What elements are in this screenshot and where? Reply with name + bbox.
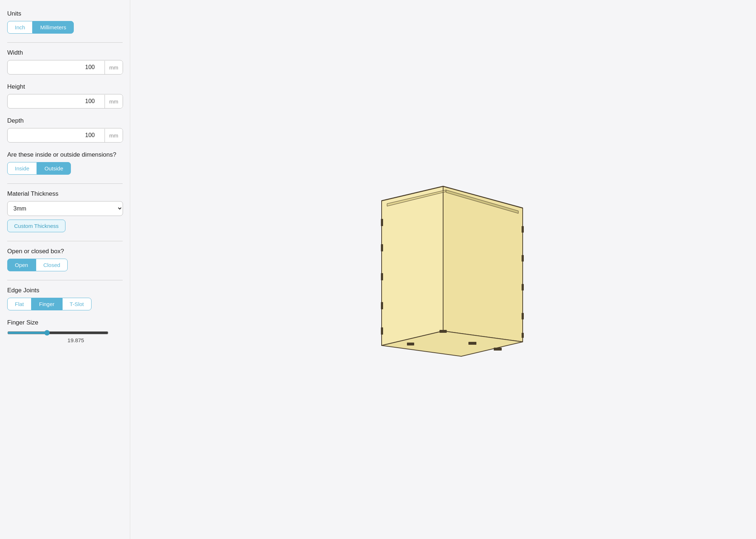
divider-1 bbox=[7, 42, 123, 43]
svg-rect-9 bbox=[522, 226, 524, 233]
svg-rect-8 bbox=[381, 327, 383, 335]
svg-marker-0 bbox=[382, 186, 443, 345]
depth-input-row: mm bbox=[7, 128, 123, 143]
svg-rect-11 bbox=[522, 284, 524, 290]
open-closed-section: Open or closed box? Open Closed bbox=[7, 248, 123, 271]
svg-rect-10 bbox=[522, 255, 524, 262]
svg-rect-17 bbox=[494, 348, 502, 351]
box-3d-view bbox=[338, 165, 548, 374]
divider-2 bbox=[7, 183, 123, 184]
width-label: Width bbox=[7, 49, 123, 56]
inside-btn[interactable]: Inside bbox=[7, 162, 37, 175]
custom-thickness-btn[interactable]: Custom Thickness bbox=[7, 220, 65, 232]
open-btn[interactable]: Open bbox=[7, 259, 36, 271]
finger-size-value: 19.875 bbox=[29, 337, 123, 343]
height-unit: mm bbox=[105, 95, 123, 108]
svg-rect-5 bbox=[381, 244, 383, 251]
flat-btn[interactable]: Flat bbox=[7, 298, 31, 310]
width-input[interactable] bbox=[8, 60, 105, 74]
finger-size-slider[interactable] bbox=[7, 330, 109, 336]
material-thickness-label: Material Thickness bbox=[7, 190, 123, 198]
edge-joints-label: Edge Joints bbox=[7, 287, 123, 294]
width-section: Width mm bbox=[7, 49, 123, 75]
height-label: Height bbox=[7, 83, 123, 90]
material-thickness-section: Material Thickness 1mm 2mm 3mm 4mm 5mm 6… bbox=[7, 190, 123, 232]
depth-unit: mm bbox=[105, 129, 123, 142]
dimensions-section: Are these inside or outside dimensions? … bbox=[7, 151, 123, 175]
svg-rect-4 bbox=[381, 219, 383, 226]
dimensions-btn-group: Inside Outside bbox=[7, 162, 123, 175]
units-inch-btn[interactable]: Inch bbox=[7, 21, 33, 34]
dimensions-label: Are these inside or outside dimensions? bbox=[7, 151, 123, 158]
material-thickness-select[interactable]: 1mm 2mm 3mm 4mm 5mm 6mm Custom bbox=[7, 201, 123, 216]
depth-section: Depth mm bbox=[7, 117, 123, 143]
svg-rect-6 bbox=[381, 273, 383, 280]
finger-size-label: Finger Size bbox=[7, 319, 123, 326]
finger-size-slider-container: 19.875 bbox=[7, 330, 123, 343]
units-btn-group: Inch Millimeters bbox=[7, 21, 123, 34]
height-input-row: mm bbox=[7, 94, 123, 109]
finger-btn[interactable]: Finger bbox=[31, 298, 62, 310]
svg-rect-7 bbox=[381, 302, 383, 309]
outside-btn[interactable]: Outside bbox=[37, 162, 71, 175]
divider-3 bbox=[7, 241, 123, 241]
closed-btn[interactable]: Closed bbox=[36, 259, 68, 271]
units-mm-btn[interactable]: Millimeters bbox=[33, 21, 74, 34]
width-unit: mm bbox=[105, 61, 123, 74]
width-input-row: mm bbox=[7, 60, 123, 75]
divider-4 bbox=[7, 280, 123, 280]
depth-label: Depth bbox=[7, 117, 123, 124]
units-label: Units bbox=[7, 10, 123, 17]
svg-rect-16 bbox=[468, 342, 476, 345]
tslot-btn[interactable]: T-Slot bbox=[62, 298, 92, 310]
units-section: Units Inch Millimeters bbox=[7, 10, 123, 34]
edge-joints-btn-group: Flat Finger T-Slot bbox=[7, 298, 123, 310]
height-section: Height mm bbox=[7, 83, 123, 109]
open-closed-label: Open or closed box? bbox=[7, 248, 123, 255]
svg-rect-13 bbox=[522, 333, 524, 338]
svg-rect-14 bbox=[407, 343, 414, 345]
height-input[interactable] bbox=[8, 94, 105, 108]
finger-size-section: Finger Size 19.875 bbox=[7, 319, 123, 343]
depth-input[interactable] bbox=[8, 128, 105, 142]
open-closed-btn-group: Open Closed bbox=[7, 259, 123, 271]
main-view bbox=[130, 0, 756, 539]
sidebar: Units Inch Millimeters Width mm Height m… bbox=[0, 0, 130, 539]
edge-joints-section: Edge Joints Flat Finger T-Slot bbox=[7, 287, 123, 310]
svg-rect-12 bbox=[522, 313, 524, 319]
